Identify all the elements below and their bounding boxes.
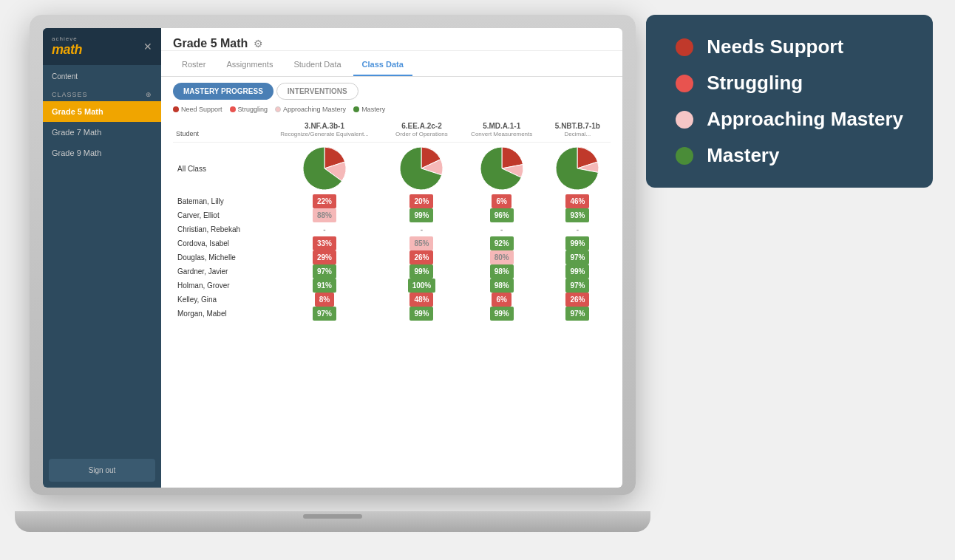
score-cell[interactable]: 6%	[459, 293, 545, 307]
legend-item: Needs Support	[676, 35, 903, 58]
score-cell[interactable]: 92%	[459, 236, 545, 250]
score-cell[interactable]: 93%	[545, 208, 611, 222]
page-title: Grade 5 Math	[173, 37, 248, 50]
score-value: 6%	[492, 293, 511, 307]
laptop-base	[15, 511, 650, 532]
score-value: 88%	[313, 208, 336, 222]
score-cell[interactable]: 26%	[545, 293, 611, 307]
score-value: 98%	[490, 279, 514, 293]
add-class-icon[interactable]: ⊕	[146, 91, 152, 98]
table-row: Bateman, Lilly22%20%6%46%	[173, 194, 611, 208]
score-cell[interactable]: 97%	[265, 307, 385, 321]
laptop-wrapper: achieve math ✕ Content CLASSES ⊕ Grade 5…	[30, 15, 636, 532]
score-cell[interactable]: 8%	[265, 293, 385, 307]
student-name-cell: Kelley, Gina	[173, 293, 265, 307]
no-data-value: -	[572, 222, 583, 236]
no-data-value: -	[496, 222, 507, 236]
tab-assignments[interactable]: Assignments	[217, 54, 282, 76]
score-cell[interactable]: 22%	[265, 194, 385, 208]
score-value: 99%	[490, 307, 514, 321]
score-cell[interactable]: 99%	[459, 307, 545, 321]
data-area[interactable]: Need SupportStrugglingApproaching Master…	[161, 106, 622, 488]
score-cell[interactable]: 46%	[545, 194, 611, 208]
score-cell[interactable]: 97%	[545, 307, 611, 321]
score-value: 33%	[313, 236, 336, 250]
student-name-cell: Morgan, Mabel	[173, 307, 265, 321]
score-cell[interactable]: 97%	[545, 279, 611, 293]
table-row: Holman, Grover91%100%98%97%	[173, 279, 611, 293]
score-cell[interactable]: 97%	[265, 264, 385, 279]
legend-item: Struggling	[676, 72, 903, 95]
score-cell[interactable]: 99%	[545, 264, 611, 279]
sidebar-nav-item[interactable]: Grade 9 Math	[43, 143, 161, 163]
score-value: 80%	[490, 250, 514, 264]
student-name-cell: Gardner, Javier	[173, 264, 265, 279]
score-value: 46%	[565, 194, 589, 208]
score-value: 6%	[492, 194, 511, 208]
sub-toolbar: MASTERY PROGRESSINTERVENTIONS	[161, 77, 622, 106]
tab-roster[interactable]: Roster	[173, 54, 214, 76]
score-value: 91%	[313, 279, 336, 293]
legend-label: Struggling	[707, 72, 803, 95]
score-value: 85%	[409, 236, 433, 250]
table-header: Student3.NF.A.3b-1Recognize/Generate Equ…	[173, 117, 611, 143]
score-value: 99%	[409, 264, 433, 279]
sidebar-nav-item[interactable]: Grade 5 Math	[43, 101, 161, 122]
score-cell[interactable]: 99%	[545, 236, 611, 250]
sidebar-header: achieve math ✕	[43, 28, 161, 65]
legend-panel: Needs Support Struggling Approaching Mas…	[646, 15, 933, 188]
score-value: 97%	[565, 307, 589, 321]
table-row: Douglas, Michelle29%26%80%97%	[173, 250, 611, 264]
score-cell[interactable]: -	[384, 222, 458, 236]
tab-class-data[interactable]: Class Data	[353, 54, 412, 76]
score-cell[interactable]: 48%	[384, 293, 458, 307]
no-data-value: -	[416, 222, 427, 236]
col-header-col3: 5.MD.A.1-1Convert Measurements	[459, 117, 545, 143]
score-cell[interactable]: 80%	[459, 250, 545, 264]
score-cell[interactable]: 88%	[265, 208, 385, 222]
score-cell[interactable]: 33%	[265, 236, 385, 250]
all-class-label: All Class	[173, 143, 265, 195]
score-cell[interactable]: 99%	[384, 307, 458, 321]
score-cell[interactable]: 20%	[384, 194, 458, 208]
score-cell[interactable]: 91%	[265, 279, 385, 293]
toggle-btn-interventions[interactable]: INTERVENTIONS	[276, 83, 358, 100]
main-content: Grade 5 Math ⚙ RosterAssignmentsStudent …	[161, 28, 622, 488]
score-cell[interactable]: -	[265, 222, 385, 236]
mini-legend-item: Need Support	[173, 106, 222, 113]
tab-student-data[interactable]: Student Data	[285, 54, 350, 76]
pie-cell	[459, 143, 545, 195]
sidebar-nav-item[interactable]: Grade 7 Math	[43, 122, 161, 143]
score-cell[interactable]: 99%	[384, 264, 458, 279]
table-row: Kelley, Gina8%48%6%26%	[173, 293, 611, 307]
score-cell[interactable]: 85%	[384, 236, 458, 250]
score-value: 22%	[313, 194, 336, 208]
gear-icon[interactable]: ⚙	[254, 38, 263, 49]
score-cell[interactable]: 96%	[459, 208, 545, 222]
score-cell[interactable]: 99%	[384, 208, 458, 222]
toggle-btn-mastery-progress[interactable]: MASTERY PROGRESS	[173, 83, 273, 100]
score-cell[interactable]: 97%	[545, 250, 611, 264]
legend-item: Approaching Mastery	[676, 108, 903, 131]
legend-dot	[676, 111, 693, 129]
signout-button[interactable]: Sign out	[49, 459, 155, 482]
close-icon[interactable]: ✕	[143, 41, 152, 52]
legend-item: Mastery	[676, 144, 903, 167]
mini-label: Mastery	[361, 106, 385, 113]
score-cell[interactable]: 98%	[459, 279, 545, 293]
score-cell[interactable]: -	[545, 222, 611, 236]
col-header-col4: 5.NBT.B.7-1bDecimal...	[545, 117, 611, 143]
score-value: 26%	[565, 293, 589, 307]
score-value: 99%	[409, 208, 433, 222]
score-cell[interactable]: 98%	[459, 264, 545, 279]
student-name-cell: Douglas, Michelle	[173, 250, 265, 264]
student-name-cell: Christian, Rebekah	[173, 222, 265, 236]
laptop-screen: achieve math ✕ Content CLASSES ⊕ Grade 5…	[43, 28, 622, 488]
no-data-value: -	[319, 222, 330, 236]
score-cell[interactable]: 6%	[459, 194, 545, 208]
score-cell[interactable]: -	[459, 222, 545, 236]
score-cell[interactable]: 100%	[384, 279, 458, 293]
score-cell[interactable]: 29%	[265, 250, 385, 264]
sidebar-logo-bottom: math	[52, 42, 82, 58]
score-cell[interactable]: 26%	[384, 250, 458, 264]
